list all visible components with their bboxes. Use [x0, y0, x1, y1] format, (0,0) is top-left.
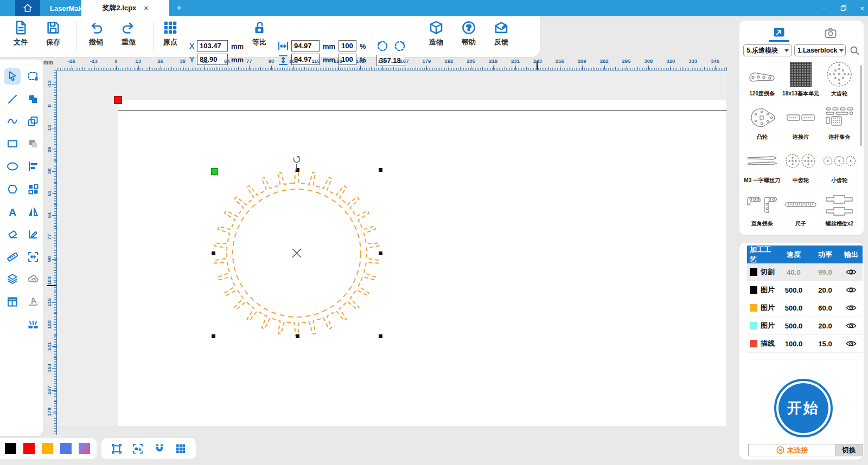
search-icon[interactable] — [850, 46, 860, 56]
lock-ratio-button[interactable]: 等比 — [245, 20, 273, 54]
vertical-ruler[interactable]: -13013263851647790103115128141154167179 — [46, 70, 57, 435]
palette-gradient[interactable] — [79, 443, 90, 454]
file-button[interactable]: 文件 — [7, 20, 35, 54]
selection-handle-right[interactable] — [379, 251, 382, 255]
power-value[interactable]: 20.0 — [810, 322, 840, 330]
library-pack-dropdown[interactable]: 1.Laserblock — [794, 44, 846, 56]
library-item[interactable]: M3 一字螺丝刀 — [743, 145, 781, 184]
library-scrollbar[interactable] — [860, 65, 862, 146]
speed-value[interactable]: 500.0 — [777, 286, 810, 294]
selection-handle-topright[interactable] — [379, 168, 382, 172]
eraser-tool[interactable] — [4, 226, 21, 242]
power-value[interactable]: 15.0 — [810, 340, 840, 348]
mirror-tool[interactable] — [25, 204, 41, 220]
eye-icon[interactable] — [846, 286, 857, 294]
feedback-button[interactable]: 反馈 — [487, 20, 515, 54]
library-item[interactable]: 中齿轮 — [781, 145, 820, 184]
camera-tab-icon[interactable] — [824, 27, 837, 40]
width-percent-input[interactable] — [339, 40, 356, 51]
selection-handle-bottom[interactable] — [296, 334, 299, 338]
duplicate-tool[interactable] — [25, 113, 41, 130]
tab-close-icon[interactable]: × — [144, 4, 148, 12]
library-item[interactable]: 直角拐条 — [743, 189, 781, 228]
array-tool[interactable] — [25, 181, 41, 197]
rectangle-tool[interactable] — [4, 135, 21, 152]
gallery-tab-icon[interactable] — [773, 26, 786, 39]
speed-value[interactable]: 500.0 — [777, 304, 810, 312]
speed-value[interactable]: 40.0 — [777, 268, 810, 276]
selection-handle-bottomleft[interactable] — [212, 334, 215, 338]
break-apart-tool[interactable] — [25, 316, 41, 332]
fit-center-tool[interactable] — [25, 249, 41, 265]
library-category-dropdown[interactable]: 5.乐造模块 — [743, 44, 792, 56]
grid-icon[interactable] — [174, 442, 187, 455]
connection-status[interactable]: 未连接 — [749, 444, 835, 456]
process-row-trace[interactable]: 描线 100.0 15.0 — [747, 335, 863, 353]
palette-blue[interactable] — [60, 443, 72, 454]
undo-button[interactable]: 撤销 — [82, 20, 110, 54]
selection-handle-topleft-green[interactable] — [211, 168, 218, 175]
subtract-tool[interactable] — [25, 135, 41, 152]
frame-tool-icon[interactable] — [110, 442, 123, 455]
snap-magnet-icon[interactable] — [153, 442, 166, 455]
eye-icon[interactable] — [846, 340, 857, 347]
canvas-area[interactable] — [57, 70, 727, 426]
redo-button[interactable]: 重做 — [114, 20, 143, 54]
library-item[interactable]: 大齿轮 — [820, 59, 859, 98]
save-button[interactable]: 保存 — [39, 20, 67, 54]
speed-value[interactable]: 500.0 — [777, 322, 810, 330]
width-input[interactable] — [291, 40, 320, 51]
library-item[interactable]: 尺子 — [781, 189, 820, 228]
polygon-tool[interactable] — [4, 181, 21, 197]
palette-red[interactable] — [23, 443, 35, 454]
maximize-button[interactable] — [834, 0, 853, 16]
process-row-image3[interactable]: 图片 500.0 20.0 — [747, 317, 863, 335]
select-objects-icon[interactable] — [131, 442, 144, 455]
library-item[interactable]: 小齿轮 — [820, 145, 859, 184]
selection-handle-left[interactable] — [212, 251, 215, 255]
palette-orange[interactable] — [42, 443, 53, 454]
new-tab-button[interactable]: + — [173, 0, 186, 16]
weld-tool[interactable] — [25, 271, 41, 287]
create-button[interactable]: 造物 — [422, 20, 450, 54]
power-value[interactable]: 99.0 — [810, 268, 840, 276]
rotation-handle-icon[interactable] — [292, 154, 302, 164]
library-item[interactable]: 18x13基本单元 — [781, 59, 820, 98]
origin-button[interactable]: 原点 — [156, 20, 184, 54]
close-button[interactable]: × — [853, 0, 868, 16]
document-tab[interactable]: 奖牌2.lcpx × — [81, 0, 169, 16]
library-item[interactable]: 螺丝槽位x2 — [820, 189, 859, 228]
align-tool[interactable] — [25, 158, 41, 175]
power-value[interactable]: 60.0 — [810, 304, 840, 312]
ruler-tool[interactable] — [4, 249, 21, 265]
process-row-cut[interactable]: 切割 40.0 99.0 — [747, 263, 863, 281]
help-button[interactable]: ? 帮助 — [455, 20, 483, 54]
line-tool[interactable] — [4, 91, 21, 107]
library-item[interactable]: 连接片 — [781, 102, 820, 141]
text-tool[interactable]: A — [4, 204, 21, 220]
connection-switch-button[interactable]: 切换 — [835, 444, 862, 456]
horizontal-ruler[interactable]: -26-130132638516477901031151281411541671… — [57, 57, 727, 70]
process-row-image2[interactable]: 图片 500.0 60.0 — [747, 299, 863, 317]
start-button[interactable]: 开始 — [774, 379, 833, 437]
speed-value[interactable]: 100.0 — [777, 340, 810, 348]
ellipse-tool[interactable] — [4, 158, 21, 175]
marquee-select-tool[interactable] — [25, 68, 41, 85]
palette-black[interactable] — [5, 443, 16, 454]
home-button[interactable] — [15, 0, 40, 16]
angle-measure-tool[interactable] — [25, 226, 41, 242]
eye-icon[interactable] — [846, 268, 857, 276]
process-row-image1[interactable]: 图片 500.0 20.0 — [747, 281, 863, 299]
x-input[interactable] — [197, 40, 228, 51]
eye-icon[interactable] — [846, 322, 857, 330]
eye-icon[interactable] — [846, 304, 857, 312]
rotate-ccw-icon[interactable] — [375, 39, 390, 53]
rotate-cw-icon[interactable] — [393, 39, 407, 53]
curve-tool[interactable] — [4, 113, 21, 130]
text-path-tool[interactable]: A — [25, 294, 41, 310]
gear-drawing[interactable] — [57, 70, 727, 426]
library-item[interactable]: 120度拐条 — [743, 59, 781, 98]
select-tool[interactable] — [4, 68, 21, 85]
layers-tool[interactable] — [4, 271, 21, 287]
library-item[interactable]: 连杆集合 — [820, 102, 859, 141]
